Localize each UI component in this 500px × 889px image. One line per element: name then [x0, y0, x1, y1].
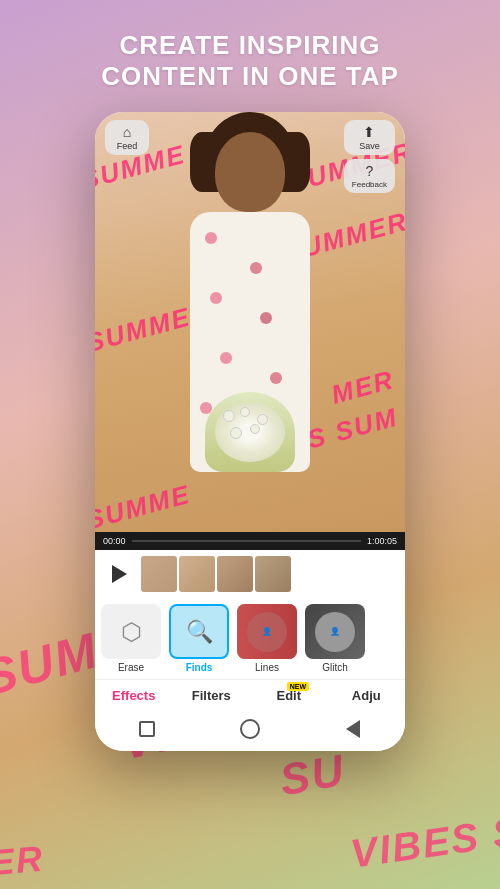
phone-top-bar: ⌂ Feed ⬆ Save ? Feedback [95, 112, 405, 201]
timeline-end: 1:00:05 [367, 536, 397, 546]
bottom-nav: Effects Filters NEW Edit Adju [95, 679, 405, 709]
feed-icon: ⌂ [123, 124, 131, 140]
timeline: 00:00 1:00:05 [95, 532, 405, 550]
play-icon [112, 565, 127, 583]
finds-label: Finds [186, 662, 213, 673]
phone-mockup: ⌂ Feed ⬆ Save ? Feedback SUMME SU [95, 112, 405, 751]
glitch-thumb: 👤 [305, 604, 365, 659]
effects-tab-label: Effects [112, 688, 155, 703]
header-title: CREATE INSPIRINGCONTENT IN ONE TAP [20, 30, 480, 92]
back-button[interactable] [341, 717, 365, 741]
glitch-circle: 👤 [315, 612, 355, 652]
square-icon [139, 721, 155, 737]
effect-erase[interactable]: ⬡ Erase [99, 604, 163, 673]
play-button[interactable] [105, 560, 133, 588]
back-icon [346, 720, 360, 738]
eraser-icon: ⬡ [121, 618, 142, 646]
person-body [190, 212, 310, 472]
thumb-1[interactable] [141, 556, 177, 592]
home-square-button[interactable] [135, 717, 159, 741]
header: CREATE INSPIRINGCONTENT IN ONE TAP [0, 0, 500, 107]
adjust-tab-label: Adju [352, 688, 381, 703]
thumb-4[interactable] [255, 556, 291, 592]
erase-label: Erase [118, 662, 144, 673]
lines-circle: 👤 [247, 612, 287, 652]
watermark-5: ER [0, 838, 46, 885]
watermark-3: SU [276, 745, 349, 806]
thumb-3[interactable] [217, 556, 253, 592]
lines-preview: 👤 [237, 604, 297, 659]
effects-toolbar: ⬡ Erase 🔍 Finds 👤 Lines [95, 598, 405, 679]
phone-container: ⌂ Feed ⬆ Save ? Feedback SUMME SU [0, 112, 500, 751]
lines-thumb: 👤 [237, 604, 297, 659]
new-badge: NEW [287, 682, 309, 691]
glitch-face: 👤 [330, 627, 340, 636]
phone-bottom-bar [95, 709, 405, 751]
save-icon: ⬆ [363, 124, 375, 140]
tab-edit[interactable]: NEW Edit [250, 686, 328, 705]
feedback-label: Feedback [352, 180, 387, 189]
timeline-start: 00:00 [103, 536, 126, 546]
tab-adjust[interactable]: Adju [328, 686, 406, 705]
right-buttons: ⬆ Save ? Feedback [344, 120, 395, 193]
tab-filters[interactable]: Filters [173, 686, 251, 705]
filters-tab-label: Filters [192, 688, 231, 703]
tab-effects[interactable]: Effects [95, 686, 173, 705]
effect-finds[interactable]: 🔍 Finds [167, 604, 231, 673]
phone-screen: ⌂ Feed ⬆ Save ? Feedback SUMME SU [95, 112, 405, 532]
finds-icon: 🔍 [186, 619, 213, 645]
save-button[interactable]: ⬆ Save [344, 120, 395, 155]
bouquet-flowers [215, 402, 285, 462]
feedback-button[interactable]: ? Feedback [344, 159, 395, 193]
bouquet [205, 392, 295, 472]
feed-button[interactable]: ⌂ Feed [105, 120, 149, 155]
thumbnail-strip [141, 556, 395, 592]
save-label: Save [359, 141, 380, 151]
timeline-bar[interactable] [132, 540, 361, 542]
feedback-icon: ? [366, 163, 374, 179]
lines-label: Lines [255, 662, 279, 673]
phone-controls [95, 550, 405, 598]
erase-thumb: ⬡ [101, 604, 161, 659]
effect-glitch[interactable]: 👤 Glitch [303, 604, 367, 673]
glitch-label: Glitch [322, 662, 348, 673]
feed-label: Feed [117, 141, 138, 151]
glitch-preview: 👤 [305, 604, 365, 659]
circle-icon [240, 719, 260, 739]
screen-wm-5: MER [328, 365, 398, 411]
effect-lines[interactable]: 👤 Lines [235, 604, 299, 673]
lines-face: 👤 [262, 627, 272, 636]
finds-thumb: 🔍 [169, 604, 229, 659]
home-circle-button[interactable] [238, 717, 262, 741]
thumb-2[interactable] [179, 556, 215, 592]
watermark-4: VIBES S [348, 808, 500, 876]
